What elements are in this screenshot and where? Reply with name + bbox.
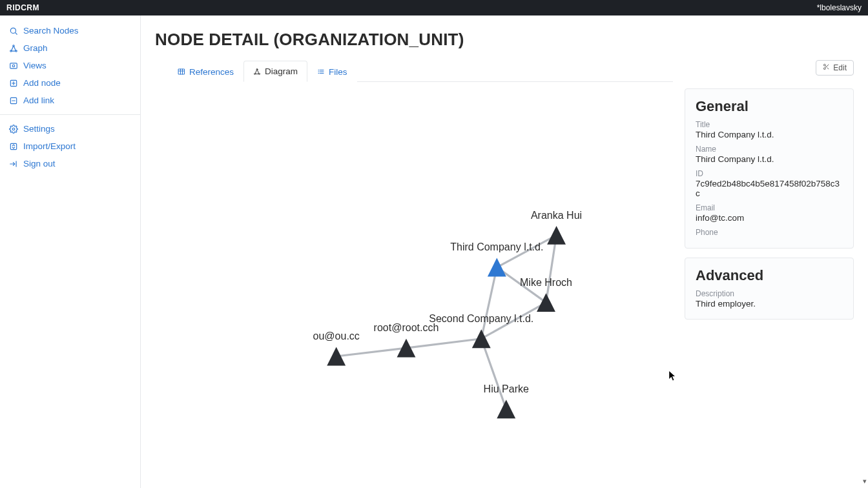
diagram-edge[interactable] (336, 348, 406, 356)
page-title: NODE DETAIL (ORGANIZATION_UNIT) (141, 15, 868, 60)
sidebar-item-label: Sign out (23, 159, 56, 168)
sidebar-item-sign-out[interactable]: Sign out (0, 155, 140, 172)
tab-diagram[interactable]: Diagram (243, 61, 307, 82)
search-icon (9, 26, 18, 36)
tabs: ReferencesDiagramFiles (168, 60, 673, 82)
app-name: RIDCRM (6, 3, 39, 12)
svg-point-0 (10, 28, 16, 33)
svg-point-12 (12, 128, 15, 130)
edit-button-label: Edit (833, 63, 847, 72)
tab-label: Diagram (265, 66, 298, 76)
sidebar-item-settings[interactable]: Settings (0, 120, 140, 137)
sidebar-item-label: Views (23, 61, 46, 70)
diagram-node-aranka[interactable]: Aranka Hui (531, 209, 582, 245)
sidebar: Search NodesGraphViewsAdd nodeAdd link S… (0, 15, 141, 488)
sidebar-item-graph[interactable]: Graph (0, 39, 140, 57)
settings-icon (9, 125, 18, 134)
diagram-node-label: Mike Hroch (520, 276, 572, 288)
sidebar-item-label: Add link (23, 96, 54, 105)
scissors-icon (823, 63, 830, 72)
sidebar-item-add-link[interactable]: Add link (0, 92, 140, 109)
diagram-edge[interactable] (406, 339, 481, 348)
svg-line-39 (827, 68, 829, 70)
diagram-node-label: ou@ou.cc (313, 330, 360, 341)
diagram-node-third[interactable]: Third Company l.t.d. (450, 241, 543, 276)
tab-files[interactable]: Files (307, 61, 357, 82)
views-icon (9, 61, 18, 70)
current-user[interactable]: *lboleslavsky (817, 3, 862, 12)
svg-point-6 (12, 65, 15, 67)
panel-advanced: Advanced DescriptionThird employer. (685, 258, 854, 320)
sidebar-item-add-node[interactable]: Add node (0, 74, 140, 92)
svg-point-36 (824, 64, 826, 66)
topbar: RIDCRM *lboleslavsky (0, 0, 868, 15)
sidebar-item-views[interactable]: Views (0, 57, 140, 74)
diagram-edge[interactable] (481, 339, 506, 409)
panel-general-heading: General (696, 98, 843, 115)
sidebar-item-search-nodes[interactable]: Search Nodes (0, 22, 140, 39)
sidebar-item-import-export[interactable]: Import/Export (0, 137, 140, 155)
svg-line-1 (16, 32, 17, 34)
sidebar-item-label: Import/Export (23, 141, 76, 151)
svg-line-40 (825, 66, 827, 67)
value-description: Third employer. (696, 299, 843, 309)
graph-icon (9, 44, 18, 53)
sidebar-item-label: Settings (23, 124, 55, 134)
label-name: Name (696, 145, 843, 154)
table-icon (178, 68, 185, 76)
diagram-node-ou[interactable]: ou@ou.cc (313, 330, 360, 365)
diagram-node-label: Third Company l.t.d. (450, 241, 543, 252)
import-export-icon (9, 142, 18, 151)
diagram-node-hiu[interactable]: Hiu Parke (484, 383, 529, 418)
svg-point-37 (824, 68, 826, 70)
tab-label: References (189, 67, 234, 77)
cursor-icon (669, 371, 676, 381)
add-node-icon (9, 79, 18, 88)
diagram-canvas[interactable]: Aranka HuiThird Company l.t.d.Mike Hroch… (155, 82, 673, 482)
sidebar-item-label: Add node (23, 78, 61, 88)
value-name: Third Company l.t.d. (696, 154, 843, 164)
value-title: Third Company l.t.d. (696, 130, 843, 139)
panel-general: General TitleThird Company l.t.d. NameTh… (685, 88, 854, 249)
graph-icon (253, 68, 261, 76)
sidebar-item-label: Search Nodes (23, 26, 79, 36)
diagram-node-label: Aranka Hui (531, 209, 582, 221)
label-title: Title (696, 120, 843, 129)
diagram-edge[interactable] (546, 235, 557, 302)
sidebar-divider (0, 114, 140, 115)
edit-button[interactable]: Edit (816, 60, 854, 76)
value-email: info@tc.com (696, 213, 843, 223)
diagram-node-label: Hiu Parke (484, 383, 529, 394)
svg-marker-29 (547, 226, 566, 245)
diagram-edge[interactable] (481, 267, 497, 339)
diagram-node-root[interactable]: root@root.cch (374, 321, 439, 357)
sidebar-item-label: Graph (23, 43, 48, 53)
sign-out-icon (9, 159, 18, 168)
value-id: 7c9fed2b48bc4b5e817458f02b758c3c (696, 179, 843, 198)
svg-rect-5 (10, 63, 17, 68)
tab-label: Files (329, 67, 347, 77)
diagram-node-label: root@root.cch (374, 321, 439, 333)
panel-advanced-heading: Advanced (696, 267, 843, 284)
label-phone: Phone (696, 228, 843, 237)
scroll-indicator-icon[interactable]: ▾ (863, 477, 867, 485)
svg-rect-16 (179, 69, 185, 74)
label-id: ID (696, 169, 843, 178)
tab-references[interactable]: References (168, 61, 243, 82)
svg-marker-31 (537, 293, 555, 312)
label-email: Email (696, 203, 843, 212)
add-link-icon (9, 96, 18, 105)
svg-marker-35 (497, 400, 515, 418)
diagram-node-label: Second Company l.t.d. (429, 312, 533, 324)
svg-marker-30 (488, 258, 506, 277)
label-description: Description (696, 289, 843, 298)
diagram-node-mike[interactable]: Mike Hroch (520, 276, 572, 312)
list-icon (317, 68, 325, 76)
